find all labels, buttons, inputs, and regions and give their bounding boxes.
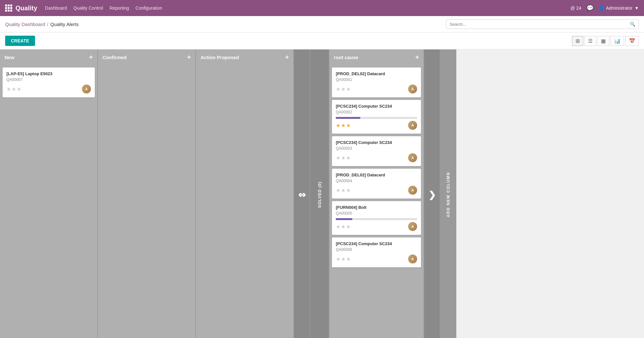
star-2: ★ bbox=[12, 86, 16, 92]
action-bar: CREATE ⊞ ☰ ▦ 📊 📅 bbox=[0, 32, 644, 49]
column-root-cause-add-button[interactable]: + bbox=[415, 54, 419, 61]
breadcrumb-link[interactable]: Quality Dashboard bbox=[5, 22, 45, 27]
card-qa00004-title: [PROD_DEL02] Datacard bbox=[336, 173, 417, 177]
card-qa00003-id: QA00003 bbox=[336, 146, 417, 151]
card-qa00005-id: QA00005 bbox=[336, 211, 417, 216]
app-logo[interactable]: Quality bbox=[5, 4, 37, 12]
star-1: ★ bbox=[336, 86, 340, 92]
breadcrumb: Quality Dashboard / Quality Alerts bbox=[5, 22, 79, 27]
nav-dashboard[interactable]: Dashboard bbox=[45, 5, 67, 11]
column-new-cards: [LAP-E5] Laptop E5023 QA00007 ★ ★ ★ A bbox=[0, 65, 97, 338]
column-confirmed-title: Confirmed bbox=[103, 55, 127, 60]
card-qa00001[interactable]: [PROD_DEL02] Datacard QA00001 ★ ★ ★ A bbox=[332, 67, 421, 97]
view-kanban-button[interactable]: ⊞ bbox=[572, 36, 583, 46]
star-2: ★ bbox=[341, 187, 345, 193]
card-qa00005-progress bbox=[336, 218, 417, 220]
create-button[interactable]: CREATE bbox=[5, 36, 35, 46]
card-qa00003-title: [PCSC234] Computer SC234 bbox=[336, 140, 417, 145]
card-qa00003-avatar: A bbox=[408, 153, 417, 162]
search-input[interactable] bbox=[446, 20, 627, 29]
nav-quality-control[interactable]: Quality Control bbox=[73, 5, 103, 11]
star-3: ★ bbox=[17, 86, 21, 92]
card-qa00005-stars: ★ ★ ★ bbox=[336, 224, 351, 230]
search-box: 🔍 bbox=[446, 19, 639, 29]
card-qa00002-id: QA00002 bbox=[336, 110, 417, 114]
at-icon: @ bbox=[570, 5, 575, 11]
add-new-column[interactable]: ADD NEW COLUMN bbox=[440, 49, 456, 338]
star-1: ★ bbox=[336, 224, 340, 230]
card-qa00001-id: QA00001 bbox=[336, 77, 417, 82]
card-qa00001-footer: ★ ★ ★ A bbox=[336, 84, 417, 93]
grid-icon bbox=[5, 4, 12, 12]
card-qa00001-stars: ★ ★ ★ bbox=[336, 86, 351, 92]
notification-badge[interactable]: @ 24 bbox=[570, 5, 581, 11]
card-qa00004-id: QA00004 bbox=[336, 179, 417, 183]
column-solved-label: SOLVED (0) bbox=[317, 182, 322, 208]
star-1: ★ bbox=[336, 122, 340, 129]
card-qa00004-avatar: A bbox=[408, 186, 417, 195]
column-action-proposed-title: Action Proposed bbox=[201, 55, 239, 60]
user-dropdown-icon: ▼ bbox=[634, 5, 639, 11]
column-arrow-separator[interactable]: ⇔ bbox=[294, 49, 310, 338]
chat-icon[interactable]: 💬 bbox=[586, 4, 594, 12]
card-qa00002-footer: ★ ★ ★ A bbox=[336, 121, 417, 130]
column-new-header: New + bbox=[0, 49, 97, 65]
notification-count: 24 bbox=[576, 5, 581, 11]
card-qa00006-id: QA00006 bbox=[336, 247, 417, 252]
column-action-proposed-add-button[interactable]: + bbox=[285, 54, 289, 61]
star-3: ★ bbox=[346, 256, 351, 262]
column-action-proposed: Action Proposed + bbox=[196, 49, 294, 338]
star-2: ★ bbox=[341, 256, 345, 262]
column-action-proposed-header: Action Proposed + bbox=[196, 49, 293, 65]
card-qa00002[interactable]: [PCSC234] Computer SC234 QA00002 ★ ★ ★ A bbox=[332, 100, 421, 134]
card-qa00006[interactable]: [PCSC234] Computer SC234 QA00006 ★ ★ ★ A bbox=[332, 237, 421, 267]
card-qa00004-stars: ★ ★ ★ bbox=[336, 187, 351, 193]
column-root-cause-title: root cause bbox=[334, 55, 358, 60]
view-calendar-button[interactable]: 📅 bbox=[625, 36, 639, 46]
card-qa00005-footer: ★ ★ ★ A bbox=[336, 222, 417, 231]
breadcrumb-separator: / bbox=[47, 22, 48, 27]
card-qa00007[interactable]: [LAP-E5] Laptop E5023 QA00007 ★ ★ ★ A bbox=[3, 67, 95, 97]
star-1: ★ bbox=[336, 187, 340, 193]
star-2: ★ bbox=[341, 122, 345, 129]
nav-configuration[interactable]: Configuration bbox=[136, 5, 162, 11]
card-qa00003[interactable]: [PCSC234] Computer SC234 QA00003 ★ ★ ★ A bbox=[332, 136, 421, 166]
card-qa00001-avatar: A bbox=[408, 84, 417, 93]
card-qa00002-avatar: A bbox=[408, 121, 417, 130]
user-avatar-icon: 👤 bbox=[599, 5, 604, 11]
column-confirmed-add-button[interactable]: + bbox=[187, 54, 191, 61]
search-button[interactable]: 🔍 bbox=[627, 20, 639, 29]
add-new-column-label: ADD NEW COLUMN bbox=[446, 172, 451, 217]
view-list-button[interactable]: ☰ bbox=[585, 36, 596, 46]
card-qa00005-title: [FURN004] Bolt bbox=[336, 205, 417, 210]
column-confirmed-header: Confirmed + bbox=[98, 49, 195, 65]
column-confirmed: Confirmed + bbox=[98, 49, 196, 338]
star-3: ★ bbox=[346, 187, 351, 193]
card-qa00004[interactable]: [PROD_DEL02] Datacard QA00004 ★ ★ ★ A bbox=[332, 169, 421, 199]
card-qa00006-stars: ★ ★ ★ bbox=[336, 256, 351, 262]
user-name: Administrator bbox=[606, 5, 632, 11]
card-qa00003-footer: ★ ★ ★ A bbox=[336, 153, 417, 162]
card-qa00007-id: QA00007 bbox=[6, 77, 91, 82]
card-qa00007-avatar: A bbox=[82, 84, 91, 93]
star-1: ★ bbox=[336, 155, 340, 161]
card-qa00006-avatar: A bbox=[408, 254, 417, 263]
scroll-right-icon: ❯ bbox=[428, 190, 436, 200]
view-chart-button[interactable]: 📊 bbox=[611, 36, 624, 46]
column-new-add-button[interactable]: + bbox=[89, 54, 93, 61]
column-solved[interactable]: SOLVED (0) bbox=[310, 49, 329, 338]
star-3: ★ bbox=[346, 155, 351, 161]
star-1: ★ bbox=[336, 256, 340, 262]
card-qa00003-stars: ★ ★ ★ bbox=[336, 155, 351, 161]
nav-reporting[interactable]: Reporting bbox=[110, 5, 129, 11]
star-3: ★ bbox=[346, 224, 351, 230]
column-root-cause-header: root cause + bbox=[329, 49, 424, 65]
card-qa00007-title: [LAP-E5] Laptop E5023 bbox=[6, 71, 91, 76]
card-qa00005[interactable]: [FURN004] Bolt QA00005 ★ ★ ★ A bbox=[332, 201, 421, 235]
view-table-button[interactable]: ▦ bbox=[597, 36, 609, 46]
star-2: ★ bbox=[341, 224, 345, 230]
column-root-cause: root cause + [PROD_DEL02] Datacard QA000… bbox=[329, 49, 424, 338]
column-new-title: New bbox=[4, 55, 14, 60]
column-scroll-right[interactable]: ❯ bbox=[424, 49, 440, 338]
user-menu[interactable]: 👤 Administrator ▼ bbox=[599, 5, 639, 11]
